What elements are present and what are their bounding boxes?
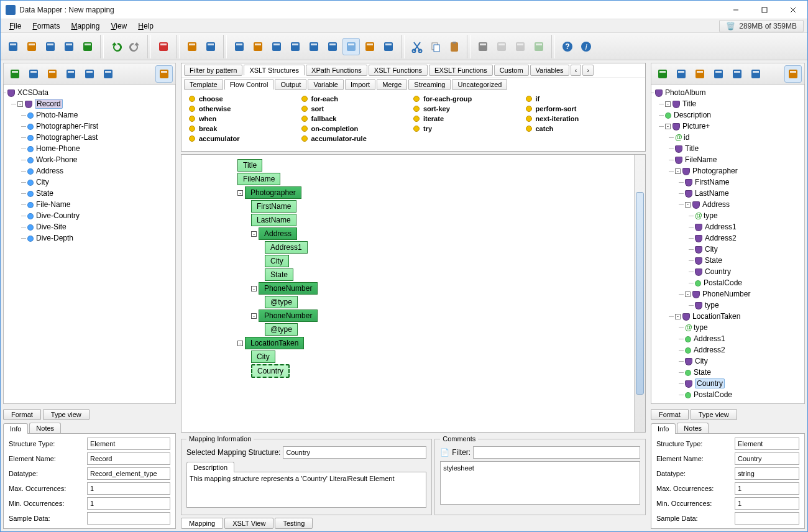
mapping-node[interactable]: @type [265,296,298,308]
fn-item[interactable]: accumulator-rule [301,134,414,144]
toggle-handle[interactable]: - [675,168,681,174]
panel-tool-button[interactable] [728,65,746,83]
prop-sample[interactable] [87,512,170,525]
minimize-button[interactable] [722,1,750,19]
toolbar-button[interactable] [79,38,96,55]
tree-node[interactable]: Photographer [692,167,738,175]
tree-leaf[interactable]: Home-Phone [36,144,80,153]
panel-tool-button[interactable] [62,65,80,83]
prop-element_name[interactable] [87,452,170,465]
fn-category[interactable]: Streaming [408,79,451,90]
fn-tab-scroll[interactable]: › [582,65,594,76]
panel-tool-button[interactable] [25,65,42,83]
fn-category[interactable]: Uncategorized [452,79,507,90]
fn-category[interactable]: Template [184,79,223,90]
tree-leaf[interactable]: Dive-Depth [36,234,73,242]
tree-node-record[interactable]: Record [35,99,63,109]
info-tab-notes[interactable]: Notes [29,423,61,433]
center-tab-testing[interactable]: Testing [275,518,313,529]
toolbar-button[interactable] [4,38,22,55]
mapping-node[interactable]: FileName [237,173,280,185]
mapping-node[interactable]: Country [251,364,290,378]
panel-tool-button[interactable] [673,65,690,83]
toolbar-button[interactable] [305,38,323,55]
tree-leaf[interactable]: Photographer-Last [36,133,98,142]
info-tab-info[interactable]: Info [3,423,28,434]
mapping-node[interactable]: Address [259,227,297,240]
prop-min[interactable] [87,497,170,510]
mapping-node[interactable]: PhoneNumber [259,282,318,295]
fn-item[interactable]: for-each [301,94,414,104]
center-tab-mapping[interactable]: Mapping [181,518,223,529]
fn-tab[interactable]: EXSLT Functions [429,65,493,76]
view-toggle-type-view[interactable]: Type view [43,409,90,420]
menu-help[interactable]: Help [133,21,158,32]
toggle-handle[interactable]: - [685,202,691,208]
panel-tool-button[interactable] [654,65,671,83]
toolbar-button[interactable] [512,38,529,55]
toolbar-button[interactable] [231,38,248,55]
tree-leaf[interactable]: Address [36,167,63,175]
fn-category[interactable]: Output [275,79,306,90]
fn-item[interactable]: sort-key [413,104,526,114]
comments-text[interactable] [440,461,640,505]
center-tab-xslt-view[interactable]: XSLT View [224,518,273,529]
toggle-handle[interactable]: - [665,101,671,107]
menu-file[interactable]: File [4,21,26,32]
toolbar-button[interactable] [287,38,304,55]
tree-node[interactable]: Title [682,99,696,108]
panel-tool-button[interactable] [44,65,61,83]
mapping-node[interactable]: @type [265,323,298,336]
panel-tool-button[interactable] [710,65,727,83]
tree-leaf[interactable]: File-Name [36,200,70,209]
tree-node[interactable]: Title [685,144,699,153]
prop-min[interactable] [735,497,799,510]
toolbar-button[interactable] [493,38,510,55]
fn-item[interactable]: next-iteration [526,114,638,124]
toolbar-button[interactable] [108,38,125,55]
info-tab-info[interactable]: Info [651,423,676,434]
mapping-node[interactable]: LastName [251,214,296,226]
tree-node[interactable]: Picture+ [682,122,710,131]
toolbar-button[interactable] [202,38,219,55]
prop-structure_type[interactable] [87,438,170,450]
toolbar-button[interactable] [249,38,267,55]
tree-node-country[interactable]: Country [695,378,725,388]
mapping-node[interactable]: State [265,268,293,281]
fn-item[interactable]: accumulator [189,134,301,144]
fn-item[interactable]: on-completion [301,124,414,134]
mapping-node[interactable]: FirstName [251,200,296,213]
toolbar-button[interactable] [427,38,444,55]
fn-item[interactable]: if [526,94,638,104]
toolbar-button[interactable] [380,38,397,55]
toggle-handle[interactable]: - [675,314,681,319]
toggle-handle[interactable]: - [665,124,671,129]
description-tab[interactable]: Description [186,462,234,472]
mapping-node[interactable]: City [265,255,289,267]
toolbar-button[interactable]: ? [559,38,576,55]
description-text[interactable] [186,472,426,508]
prop-datatype[interactable] [735,467,799,480]
maximize-button[interactable] [750,1,779,19]
panel-tool-button[interactable] [691,65,709,83]
panel-tool-button[interactable] [81,65,98,83]
tree-leaf[interactable]: Dive-Site [36,222,67,231]
info-tab-notes[interactable]: Notes [677,423,709,433]
node-toggle[interactable]: - [251,286,257,291]
tree-root[interactable]: PhotoAlbum [665,88,705,97]
mapping-node[interactable]: PhoneNumber [259,310,318,322]
tree-leaf[interactable]: Dive-Country [36,211,80,220]
fn-item[interactable]: try [413,124,526,134]
fn-tab-scroll[interactable]: ‹ [571,65,582,76]
prop-datatype[interactable] [87,467,170,480]
fn-tab[interactable]: Custom [494,65,529,76]
tree-root[interactable]: XCSData [17,88,48,97]
view-toggle-format[interactable]: Format [651,409,689,420]
toolbar-button[interactable] [474,38,492,55]
fn-tab[interactable]: XSLT Structures [244,65,305,76]
fn-item[interactable]: fallback [301,114,414,124]
toolbar-button[interactable] [126,38,144,55]
panel-tool-button[interactable] [747,65,764,83]
toolbar-button[interactable] [268,38,285,55]
fn-item[interactable]: sort [301,104,414,114]
